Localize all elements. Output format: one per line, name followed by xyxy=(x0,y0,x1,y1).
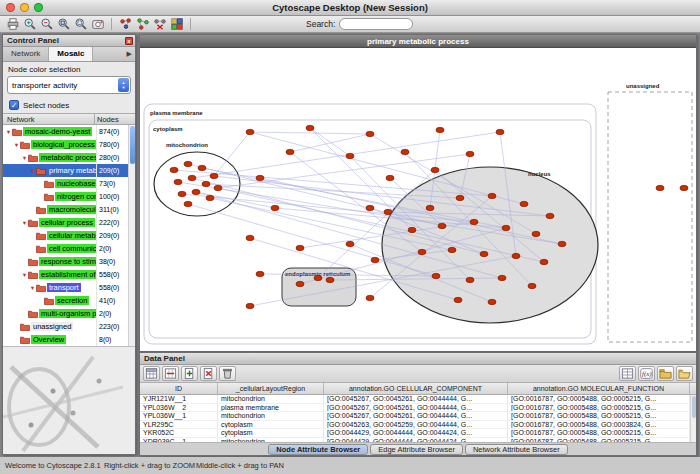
expand-arrow-icon[interactable]: ▼ xyxy=(5,129,12,135)
network-node[interactable] xyxy=(210,173,218,178)
network-node[interactable] xyxy=(431,167,439,172)
network-node[interactable] xyxy=(314,275,322,280)
network-node[interactable] xyxy=(512,253,520,258)
expand-arrow-icon[interactable]: ▼ xyxy=(13,142,20,148)
network-node[interactable] xyxy=(466,277,474,282)
select-attributes-icon[interactable] xyxy=(143,366,160,381)
network-node[interactable] xyxy=(246,303,254,308)
expand-arrow-icon[interactable]: ▼ xyxy=(21,220,28,226)
network-node[interactable] xyxy=(436,127,444,132)
column-header-annotation-go-cellular-component[interactable]: annotation.GO CELLULAR_COMPONENT xyxy=(324,383,508,394)
tree-item-primary-metabo[interactable]: ▼primary metabo209(0) xyxy=(3,164,135,177)
close-button[interactable] xyxy=(6,3,15,12)
column-header-annotation-go-molecular-function[interactable]: annotation.GO MOLECULAR_FUNCTION xyxy=(508,383,690,394)
tree-item-macromolecule[interactable]: macromolecule311(0) xyxy=(3,203,135,216)
open-folder-icon[interactable] xyxy=(676,366,693,381)
network-node[interactable] xyxy=(448,247,456,252)
network-node[interactable] xyxy=(198,165,206,170)
network-node[interactable] xyxy=(546,213,554,218)
network-node[interactable] xyxy=(214,185,222,190)
network-node[interactable] xyxy=(558,241,566,246)
expand-arrow-icon[interactable]: ▼ xyxy=(21,155,28,161)
network-node[interactable] xyxy=(296,245,304,250)
expand-arrow-icon[interactable]: ▼ xyxy=(29,168,36,174)
tab-overflow-arrow-icon[interactable]: ▶ xyxy=(124,47,135,61)
network-node[interactable] xyxy=(502,225,510,230)
network-node[interactable] xyxy=(170,167,178,172)
clear-attribute-icon[interactable] xyxy=(219,366,236,381)
network-node[interactable] xyxy=(680,185,688,190)
select-nodes-checkbox[interactable]: ✓ xyxy=(9,100,19,110)
tree-item-biological-process[interactable]: ▼biological_process780(0) xyxy=(3,138,135,151)
network-node[interactable] xyxy=(488,299,496,304)
network-node[interactable] xyxy=(528,283,536,288)
table-row[interactable]: YPL036W__1mitochondrion[GO:0045267, GO:0… xyxy=(140,412,696,421)
control-panel-close-icon[interactable]: x xyxy=(125,37,133,45)
tree-scrollbar[interactable] xyxy=(128,125,135,346)
table-row[interactable]: YPL036W__2plasma membrane[GO:0045267, GO… xyxy=(140,404,696,413)
zoom-selected-icon[interactable] xyxy=(55,17,72,32)
network-node[interactable] xyxy=(246,129,254,134)
printer-icon[interactable] xyxy=(4,17,21,32)
network-node[interactable] xyxy=(366,295,374,300)
snapshot-icon[interactable] xyxy=(89,17,106,32)
zoom-out-icon[interactable] xyxy=(38,17,55,32)
network-node[interactable] xyxy=(386,175,394,180)
data-panel-scrollbar[interactable] xyxy=(690,395,696,442)
network-node[interactable] xyxy=(488,193,496,198)
network-node[interactable] xyxy=(188,175,196,180)
network-node[interactable] xyxy=(456,195,464,200)
tree-item-response-to-stimu[interactable]: response to stimu38(0) xyxy=(3,255,135,268)
unselect-attributes-icon[interactable] xyxy=(162,366,179,381)
tree-item-metabolic-process[interactable]: ▼metabolic process280(0) xyxy=(3,151,135,164)
expand-arrow-icon[interactable]: ▼ xyxy=(29,285,36,291)
network-node[interactable] xyxy=(178,191,186,196)
destroy-network-icon[interactable] xyxy=(151,17,168,32)
tree-item-transport[interactable]: ▼transport558(0) xyxy=(3,281,135,294)
attribute-table-icon[interactable] xyxy=(619,366,636,381)
network-node[interactable] xyxy=(246,235,254,240)
expand-arrow-icon[interactable]: ▼ xyxy=(21,272,28,278)
network-node[interactable] xyxy=(498,275,506,280)
network-node[interactable] xyxy=(496,129,504,134)
table-row[interactable]: YJR121W__1mitochondrion[GO:0045267, GO:0… xyxy=(140,395,696,404)
node-color-dropdown[interactable]: transporter activity ▲▼ xyxy=(7,76,131,94)
network-node[interactable] xyxy=(271,205,279,210)
network-node[interactable] xyxy=(346,241,354,246)
tree-item-multi-organism-pro[interactable]: multi-organism pro2(0) xyxy=(3,307,135,320)
network-node[interactable] xyxy=(656,185,664,190)
tree-item-overview[interactable]: Overview8(0) xyxy=(3,333,135,346)
network-node[interactable] xyxy=(366,131,374,136)
network-node[interactable] xyxy=(256,175,264,180)
create-network-icon[interactable] xyxy=(134,17,151,32)
network-node[interactable] xyxy=(532,231,540,236)
tab-mosaic[interactable]: Mosaic xyxy=(49,47,93,61)
network-node[interactable] xyxy=(384,209,392,214)
tree-item-unassigned[interactable]: unassigned223(0) xyxy=(3,320,135,333)
network-node[interactable] xyxy=(418,249,426,254)
network-node[interactable] xyxy=(480,251,488,256)
network-node[interactable] xyxy=(256,271,264,276)
network-node[interactable] xyxy=(371,257,379,262)
network-node[interactable] xyxy=(326,277,334,282)
network-node[interactable] xyxy=(296,281,304,286)
network-node[interactable] xyxy=(366,205,374,210)
delete-attribute-icon[interactable] xyxy=(200,366,217,381)
network-node[interactable] xyxy=(401,149,409,154)
zoom-fit-icon[interactable] xyxy=(72,17,89,32)
hide-selected-icon[interactable] xyxy=(117,17,134,32)
network-node[interactable] xyxy=(174,179,182,184)
tree-item-cellular-metabo[interactable]: cellular metabo209(0) xyxy=(3,229,135,242)
table-row[interactable]: YKR052Ccytoplasm[GO:0044429, GO:0044444,… xyxy=(140,429,696,438)
tree-item-nucleobase[interactable]: nucleobase73(0) xyxy=(3,177,135,190)
network-node[interactable] xyxy=(540,259,548,264)
table-row[interactable]: YLR295Ccytoplasm[GO:0045263, GO:0045259,… xyxy=(140,421,696,430)
import-attributes-icon[interactable] xyxy=(657,366,674,381)
network-node[interactable] xyxy=(520,201,528,206)
search-input[interactable] xyxy=(339,18,413,30)
tab-edge-attribute-browser[interactable]: Edge Attribute Browser xyxy=(370,444,463,455)
network-node[interactable] xyxy=(432,273,440,278)
function-builder-icon[interactable]: f(x) xyxy=(638,366,655,381)
vizmapper-icon[interactable] xyxy=(168,17,185,32)
tree-item-secretion[interactable]: secretion41(0) xyxy=(3,294,135,307)
